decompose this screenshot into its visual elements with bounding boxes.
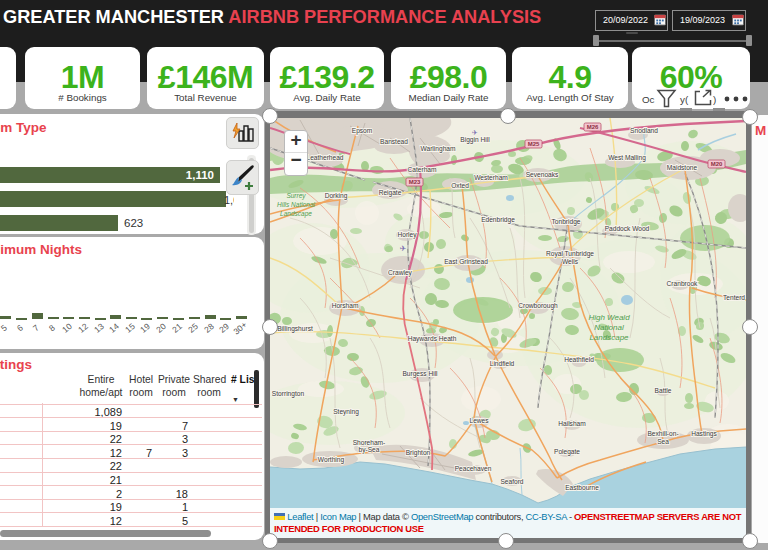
svg-text:Battle: Battle (655, 387, 672, 394)
svg-text:Peacehaven: Peacehaven (455, 465, 492, 472)
svg-text:Royal Tunbridge: Royal Tunbridge (546, 250, 594, 258)
svg-text:National: National (594, 323, 624, 332)
svg-text:by-Sea: by-Sea (359, 446, 380, 454)
svg-text:Westerham: Westerham (474, 174, 508, 181)
svg-text:Maidstone: Maidstone (667, 164, 698, 171)
svg-text:Worthing: Worthing (318, 456, 345, 464)
svg-text:Brighton: Brighton (406, 449, 431, 457)
svg-text:Cranbrook: Cranbrook (667, 280, 698, 287)
svg-text:Tonbridge: Tonbridge (552, 218, 581, 226)
svg-text:Lindfield: Lindfield (490, 360, 515, 367)
svg-text:West Malling: West Malling (608, 154, 646, 162)
svg-text:East Grinstead: East Grinstead (444, 258, 488, 265)
svg-text:Seaford: Seaford (500, 478, 523, 485)
svg-text:Epsom: Epsom (352, 127, 373, 135)
svg-text:Horsham: Horsham (332, 302, 359, 309)
svg-text:Storrington: Storrington (272, 390, 305, 398)
svg-text:Caterham: Caterham (408, 166, 437, 173)
svg-text:Lewes: Lewes (469, 417, 489, 424)
svg-text:M26: M26 (587, 124, 599, 130)
svg-text:Edenbridge: Edenbridge (481, 216, 515, 224)
svg-text:Burgess Hill: Burgess Hill (402, 370, 438, 378)
svg-text:Hailsham: Hailsham (558, 420, 586, 427)
svg-text:Polegate: Polegate (554, 448, 580, 456)
svg-text:High Weald: High Weald (588, 313, 630, 322)
svg-text:Wells: Wells (562, 258, 579, 265)
svg-text:✈: ✈ (400, 244, 407, 253)
svg-text:Landscape: Landscape (589, 333, 629, 342)
svg-text:Hastings: Hastings (691, 430, 717, 438)
svg-text:Haywards Heath: Haywards Heath (408, 335, 457, 343)
svg-text:Sea: Sea (657, 438, 669, 445)
svg-text:Oxted: Oxted (451, 182, 469, 189)
svg-text:Reigate: Reigate (379, 189, 402, 197)
svg-text:Bexhill-on-: Bexhill-on- (647, 430, 678, 437)
svg-text:Biggin Hill: Biggin Hill (460, 136, 490, 144)
svg-text:Shoreham-: Shoreham- (353, 439, 386, 446)
svg-text:Sevenoaks: Sevenoaks (526, 171, 559, 178)
svg-text:✈: ✈ (472, 129, 478, 136)
svg-text:Eastbourne: Eastbourne (565, 484, 599, 491)
svg-text:Crowborough: Crowborough (518, 302, 558, 310)
svg-text:M25: M25 (528, 141, 540, 147)
svg-text:Crawley: Crawley (388, 269, 413, 277)
svg-text:Warlingham: Warlingham (421, 145, 456, 153)
svg-text:Leatherhead: Leatherhead (306, 154, 343, 161)
svg-text:Tenterd: Tenterd (723, 294, 745, 301)
svg-text:Hills National: Hills National (277, 201, 315, 208)
svg-text:Dorking: Dorking (325, 192, 348, 200)
svg-text:Landscape: Landscape (280, 210, 312, 218)
svg-text:Horley: Horley (397, 231, 417, 239)
svg-text:Steyning: Steyning (333, 408, 359, 416)
svg-text:Billingshurst: Billingshurst (277, 325, 313, 333)
svg-text:M23: M23 (409, 179, 421, 185)
svg-text:Surrey: Surrey (286, 192, 306, 200)
svg-text:Heathfield: Heathfield (564, 356, 594, 363)
svg-text:Banstead: Banstead (380, 138, 408, 145)
svg-text:Paddock Wood: Paddock Wood (605, 225, 650, 232)
svg-text:Snodland: Snodland (630, 127, 658, 134)
svg-text:M20: M20 (711, 161, 723, 167)
